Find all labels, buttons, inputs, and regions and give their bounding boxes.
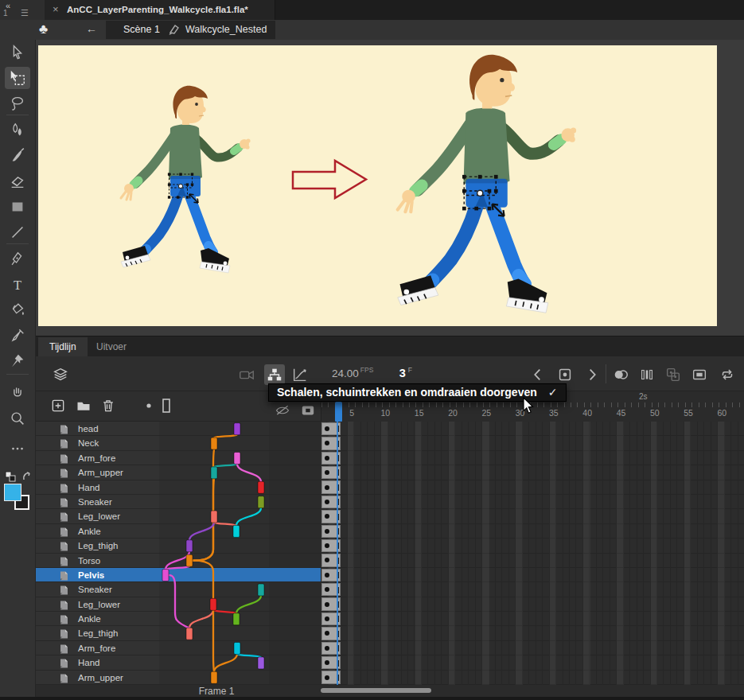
ruler-number: 50 [650,408,660,418]
frame-rate-display[interactable]: 24.00FPS 3F [332,366,412,380]
show-hide-dot-icon[interactable] [139,396,158,415]
selection-tool[interactable] [5,41,30,64]
fluid-brush-tool[interactable] [5,119,30,142]
fps-unit: FPS [360,366,374,374]
hand-tool[interactable] [5,382,30,404]
rectangle-tool[interactable] [5,196,30,218]
keyframe-dot [325,514,329,519]
parent-node-Torso[interactable] [186,554,193,566]
parent-node-Arm_upper2[interactable] [211,671,217,683]
frames-grid[interactable] [321,422,744,685]
pasteboard [36,40,744,336]
paint-bucket-tool[interactable] [5,299,30,321]
delete-layer-icon[interactable] [99,396,118,415]
keyframe-dot [325,573,329,578]
keyframe-dot [325,646,329,651]
back-icon[interactable]: ← [86,22,97,35]
free-transform-tool[interactable] [5,67,30,89]
fluid-brush-icon [9,122,26,139]
graph-editor-icon[interactable] [290,364,310,385]
app-home-icon[interactable]: ♣ [39,21,48,37]
onion-skin-icon[interactable] [610,364,631,385]
breadcrumb-scene[interactable]: Scène 1 [123,24,160,35]
asset-warp-tool[interactable] [5,350,30,372]
previous-keyframe-icon[interactable] [528,364,548,385]
document-title: AnCC_LayerParenting_Walkcycle.fla1.fla* [67,5,248,14]
more-tools[interactable] [5,438,30,460]
symbol-icon [168,23,181,36]
new-layer-icon[interactable] [49,396,68,415]
pen-tool[interactable] [5,248,30,270]
parent-node-Leg_thigh[interactable] [186,540,193,552]
parent-node-Arm_fore2[interactable] [234,643,240,655]
eyedropper-icon [9,327,26,344]
eyedropper-tool[interactable] [5,325,30,347]
insert-keyframe-icon[interactable] [555,364,575,385]
keyframe-dot [325,426,329,431]
line-tool[interactable] [5,221,30,243]
playhead-line[interactable] [337,422,338,685]
animate-app: « 1 ☰ × AnCC_LayerParenting_Walkcycle.fl… [0,0,744,700]
close-icon[interactable]: × [53,3,59,15]
keyframe-dot [325,558,329,562]
parent-node-Arm_fore[interactable] [234,452,240,464]
text-tool[interactable]: T [5,274,30,296]
edit-bar: ♣ ← Scène 1 Walkcycle_Nested [0,20,744,40]
panel-tab-bar: Tijdlijn Uitvoer [36,336,744,356]
free-transform-icon [9,69,26,87]
tab-uitvoer[interactable]: Uitvoer [85,337,138,357]
parent-node-Hand[interactable] [258,481,264,493]
classic-brush-tool[interactable] [5,145,30,167]
edit-multiple-frames-icon[interactable] [663,364,684,385]
hide-parenting-eye-icon[interactable] [273,401,292,420]
new-folder-icon[interactable] [74,396,93,415]
timeline-scrollbar[interactable] [321,688,744,694]
parent-node-Pelvis[interactable] [162,570,169,581]
parent-node-Sneaker[interactable] [258,496,264,508]
parent-node-Ankle2[interactable] [233,613,240,625]
lasso-tool[interactable] [5,92,30,115]
parent-node-Arm_upper[interactable] [211,467,217,479]
tab-tijdlijn[interactable]: Tijdlijn [38,337,88,357]
zoom-tool[interactable] [5,407,30,430]
keyframe-dot [325,485,329,490]
playhead[interactable] [335,402,342,422]
outline-column-icon[interactable] [157,396,176,415]
camera-icon[interactable] [236,364,257,385]
layers-icon[interactable] [50,364,71,385]
keyframe-dot [325,441,329,445]
parent-node-Ankle[interactable] [233,525,240,537]
parent-node-Leg_lower2[interactable] [210,598,216,610]
layer-span-icon[interactable] [298,401,317,420]
current-frame-value[interactable]: 3 [399,367,406,379]
stage-canvas[interactable] [38,45,717,326]
parent-node-Leg_lower[interactable] [211,511,217,523]
swap-colors-icon[interactable] [3,469,33,484]
menu-icon[interactable]: ☰ [21,8,29,18]
parenting-view-icon[interactable] [264,364,285,385]
keyframe-dot [325,456,329,461]
parent-node-head[interactable] [234,423,240,435]
scrollbar-thumb[interactable] [321,688,431,693]
loop-icon[interactable] [717,364,738,385]
next-keyframe-icon[interactable] [582,364,602,385]
fps-value[interactable]: 24.00 [332,368,359,379]
keyframe-dot [325,587,329,592]
insert-frame-icon[interactable] [689,364,710,385]
parent-node-Sneaker2[interactable] [258,584,264,596]
check-icon: ✓ [548,386,558,399]
breadcrumb-symbol[interactable]: Walkcycle_Nested [185,24,267,35]
fill-color-swatch[interactable] [4,484,21,501]
parent-node-Hand2[interactable] [258,657,264,669]
keyframe-dot [325,470,329,475]
keyframe-dot [325,660,329,665]
selection-icon [9,44,26,61]
onion-skin-outline-icon[interactable] [637,364,657,385]
parent-node-Leg_thigh2[interactable] [186,628,193,640]
eraser-tool[interactable] [5,170,30,192]
document-tab[interactable]: × AnCC_LayerParenting_Walkcycle.fla1.fla… [45,0,275,20]
rectangle-icon [9,198,26,216]
ruler-number: 20 [448,408,458,418]
parent-node-Neck[interactable] [211,438,217,449]
text-icon: T [9,276,26,294]
